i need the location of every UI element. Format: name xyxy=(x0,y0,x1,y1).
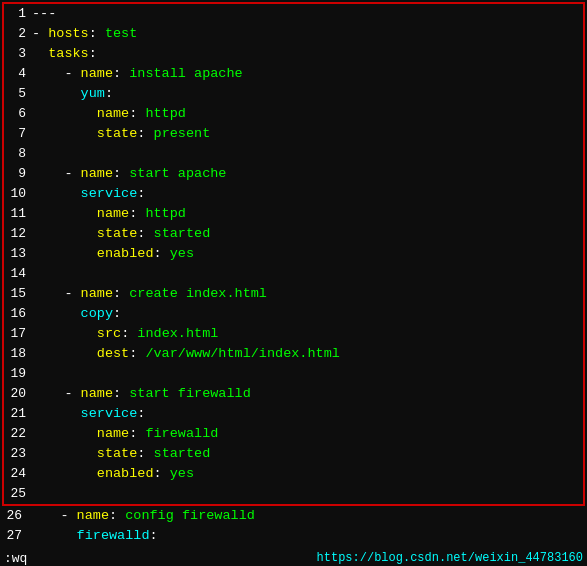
line-number: 13 xyxy=(4,244,32,264)
line-content: tasks: xyxy=(32,44,583,64)
line: 10 service: xyxy=(4,184,583,204)
line: 4 - name: install apache xyxy=(4,64,583,84)
line-number: 12 xyxy=(4,224,32,244)
line-content: enabled: yes xyxy=(32,244,583,264)
line: 5 yum: xyxy=(4,84,583,104)
line-content: - hosts: test xyxy=(32,24,583,44)
line: 21 service: xyxy=(4,404,583,424)
line-content xyxy=(32,144,583,164)
status-url: https://blog.csdn.net/weixin_44783160 xyxy=(317,551,583,565)
line-content: - name: start firewalld xyxy=(32,384,583,404)
status-command: :wq xyxy=(4,551,27,566)
line: 18 dest: /var/www/html/index.html xyxy=(4,344,583,364)
line: 13 enabled: yes xyxy=(4,244,583,264)
line-number: 25 xyxy=(4,484,32,504)
line: 22 name: firewalld xyxy=(4,424,583,444)
line: 24 enabled: yes xyxy=(4,464,583,484)
line-content: copy: xyxy=(32,304,583,324)
line: 19 xyxy=(4,364,583,384)
line-content: name: firewalld xyxy=(32,424,583,444)
highlighted-block: 1---2- hosts: test3 tasks:4 - name: inst… xyxy=(2,2,585,506)
line-content: - name: start apache xyxy=(32,164,583,184)
line-content: - name: create index.html xyxy=(32,284,583,304)
line: 3 tasks: xyxy=(4,44,583,64)
line: 16 copy: xyxy=(4,304,583,324)
line-number: 4 xyxy=(4,64,32,84)
line-number: 24 xyxy=(4,464,32,484)
line-number: 20 xyxy=(4,384,32,404)
line: 1--- xyxy=(4,4,583,24)
line-content: dest: /var/www/html/index.html xyxy=(32,344,583,364)
status-bar: :wq https://blog.csdn.net/weixin_4478316… xyxy=(0,548,587,566)
line-content: src: index.html xyxy=(32,324,583,344)
line: 15 - name: create index.html xyxy=(4,284,583,304)
editor: 1---2- hosts: test3 tasks:4 - name: inst… xyxy=(0,0,587,566)
line-number: 17 xyxy=(4,324,32,344)
line-number: 18 xyxy=(4,344,32,364)
line-number: 6 xyxy=(4,104,32,124)
line-number: 23 xyxy=(4,444,32,464)
line: 11 name: httpd xyxy=(4,204,583,224)
line-number: 10 xyxy=(4,184,32,204)
line-content: state: started xyxy=(32,444,583,464)
line-content: - name: config firewalld xyxy=(28,506,587,526)
line: 17 src: index.html xyxy=(4,324,583,344)
line-content: yum: xyxy=(32,84,583,104)
line-number: 7 xyxy=(4,124,32,144)
line-number: 8 xyxy=(4,144,32,164)
line-content: name: httpd xyxy=(32,204,583,224)
line-content: state: present xyxy=(32,124,583,144)
line: 23 state: started xyxy=(4,444,583,464)
line: 8 xyxy=(4,144,583,164)
line-number: 15 xyxy=(4,284,32,304)
line-content xyxy=(32,484,583,504)
line-content: name: httpd xyxy=(32,104,583,124)
line-number: 11 xyxy=(4,204,32,224)
line-content: state: started xyxy=(32,224,583,244)
line-number: 21 xyxy=(4,404,32,424)
line-content: enabled: yes xyxy=(32,464,583,484)
line-content: --- xyxy=(32,4,583,24)
line-number: 22 xyxy=(4,424,32,444)
line-content: - name: install apache xyxy=(32,64,583,84)
line-content: service: xyxy=(32,404,583,424)
line-number: 9 xyxy=(4,164,32,184)
line-number: 3 xyxy=(4,44,32,64)
line-number: 26 xyxy=(0,506,28,526)
line-content: firewalld: xyxy=(28,526,587,546)
line: 14 xyxy=(4,264,583,284)
line: 2- hosts: test xyxy=(4,24,583,44)
line-number: 2 xyxy=(4,24,32,44)
line: 27 firewalld: xyxy=(0,526,587,546)
line-number: 5 xyxy=(4,84,32,104)
code-area: 1---2- hosts: test3 tasks:4 - name: inst… xyxy=(0,0,587,548)
line: 6 name: httpd xyxy=(4,104,583,124)
line: 9 - name: start apache xyxy=(4,164,583,184)
line-number: 14 xyxy=(4,264,32,284)
line: 12 state: started xyxy=(4,224,583,244)
line-number: 16 xyxy=(4,304,32,324)
line-content: service: xyxy=(32,184,583,204)
line: 25 xyxy=(4,484,583,504)
line-number: 1 xyxy=(4,4,32,24)
line-content xyxy=(32,264,583,284)
line-number: 19 xyxy=(4,364,32,384)
line: 7 state: present xyxy=(4,124,583,144)
line: 20 - name: start firewalld xyxy=(4,384,583,404)
line-content xyxy=(32,364,583,384)
line-number: 27 xyxy=(0,526,28,546)
line: 26 - name: config firewalld xyxy=(0,506,587,526)
